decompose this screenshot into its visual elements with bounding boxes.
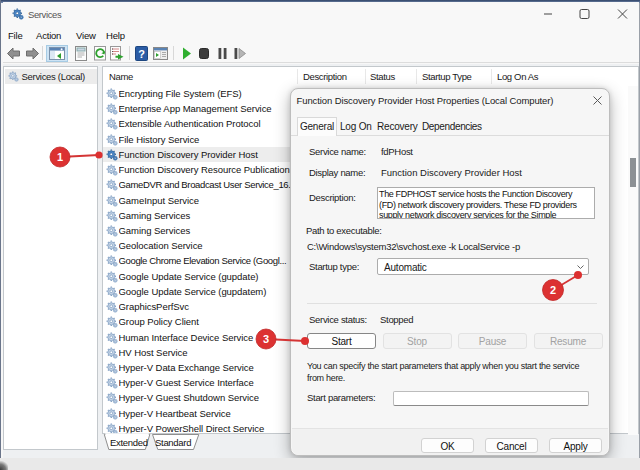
svg-text:?: ? xyxy=(138,48,145,60)
svg-text:Extended: Extended xyxy=(110,437,148,448)
svg-text:Standard: Standard xyxy=(155,437,191,448)
